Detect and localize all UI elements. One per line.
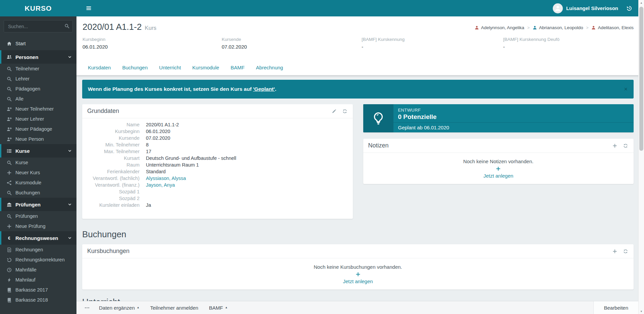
grunddaten-row: Min. Teilnehmer 8 [87, 141, 348, 148]
caret-up-icon [137, 306, 140, 309]
breadcrumb-item[interactable]: Adelitason, Elexis [583, 25, 634, 30]
sidebar-item[interactable]: Mahnfälle [0, 265, 76, 275]
breadcrumb-item[interactable]: Abrianason, Leopoldo [524, 25, 583, 30]
sidebar-item-icon [7, 267, 12, 272]
sidebar-item-icon [7, 180, 12, 185]
grunddaten-row: Kursende 07.02.2020 [87, 135, 348, 141]
sidebar-item[interactable]: Alle [0, 94, 76, 104]
add-icon[interactable] [355, 271, 362, 278]
footer-action-button[interactable]: Daten ergänzen [94, 301, 145, 314]
sidebar-item[interactable]: Pädagogen [0, 84, 76, 94]
search-input[interactable] [4, 20, 73, 33]
sidebar-item[interactable]: Prüfungen [0, 198, 76, 211]
sidebar-item[interactable]: Buchungen [0, 188, 76, 198]
field-label: [BAMF] Kurskennung Deufö [503, 37, 634, 42]
row-value: 8 [146, 142, 149, 147]
row-value[interactable]: Jayson, Anya [146, 182, 175, 188]
sidebar-item-label: Neuer Lehrer [15, 116, 72, 122]
sidebar-item[interactable]: Barkasse 2017 [0, 285, 76, 295]
user-menu[interactable]: Luisangel Silverioson [566, 5, 618, 11]
refresh-icon[interactable] [623, 143, 629, 149]
sidebar-item[interactable]: Rechnungswesen [0, 231, 76, 245]
refresh-icon[interactable] [623, 248, 629, 254]
caret-up-icon [225, 306, 228, 309]
row-label: Max. Teilnehmer [87, 149, 140, 154]
tab[interactable]: Buchungen [122, 65, 148, 70]
sidebar-item-label: Rechnungen [15, 247, 72, 252]
tab[interactable]: Kursmodule [192, 65, 219, 70]
edit-button[interactable]: Bearbeiten [593, 301, 638, 314]
panel-title: Notizen [368, 142, 607, 149]
sidebar-item-label: Prüfungen [15, 202, 68, 207]
add-icon[interactable] [612, 248, 618, 254]
sidebar-item[interactable]: Neue Prüfung [0, 221, 76, 231]
sidebar-item-icon [7, 86, 12, 91]
grunddaten-row: Sozpäd 2 [87, 195, 348, 202]
alert-geplant-link[interactable]: 'Geplant' [253, 86, 275, 92]
footer-action-button[interactable]: Teilnehmer anmelden [145, 301, 204, 314]
grunddaten-body: Name 2020/01 A1.1-2 Kursbeginn 06.01.202… [82, 118, 353, 219]
sidebar-item-icon [7, 236, 12, 241]
sidebar-item-icon [7, 214, 12, 219]
field-label: Kursende [222, 37, 362, 42]
footer-action-button[interactable]: BAMF [204, 301, 233, 314]
more-actions-icon[interactable] [76, 305, 94, 310]
tab[interactable]: Kursdaten [88, 65, 111, 70]
sidebar-item[interactable]: Kurse [0, 158, 76, 168]
tab[interactable]: BAMF [230, 65, 245, 70]
edit-pencil-icon[interactable] [331, 108, 337, 114]
breadcrumb-label: Adelynnson, Angelika [481, 25, 524, 30]
sidebar-item-icon [7, 277, 12, 282]
history-icon[interactable] [626, 5, 633, 12]
scrollbar: ▲ ▼ [638, 0, 644, 314]
sidebar-item-label: Barkasse 2018 [15, 297, 72, 303]
grunddaten-row: Ferienkalender Standard [87, 168, 348, 175]
sidebar-item[interactable]: Neuer Lehrer [0, 114, 76, 124]
sidebar-item[interactable]: Mahnlauf [0, 275, 76, 285]
header-field: Kursende 07.02.2020 [222, 37, 362, 50]
scroll-up-arrow[interactable]: ▲ [639, 0, 644, 5]
sidebar-item[interactable]: Rechnungen [0, 245, 76, 255]
add-icon[interactable] [612, 143, 618, 149]
menu-toggle-icon[interactable] [85, 4, 93, 12]
sidebar-item[interactable]: Barkasse 2018 [0, 295, 76, 305]
search-icon[interactable] [64, 23, 69, 29]
create-now-link[interactable]: Jetzt anlegen [483, 173, 513, 179]
sidebar-item-label: Start [15, 41, 72, 46]
breadcrumb-item[interactable]: Adelynnson, Angelika [475, 25, 524, 30]
sidebar-item[interactable]: Lehrer [0, 74, 76, 84]
sidebar-item[interactable]: Kursmodule [0, 178, 76, 188]
row-value: 2020/01 A1.1-2 [146, 122, 179, 127]
close-icon[interactable]: × [623, 85, 628, 93]
panel-title: Kursbuchungen [87, 248, 607, 255]
sidebar-item[interactable]: Start [0, 37, 76, 50]
sidebar-item[interactable]: Kurse [0, 144, 76, 158]
sidebar-item-label: Neuer Kurs [15, 170, 72, 175]
grunddaten-row: Kursbeginn 06.01.2020 [87, 128, 348, 135]
status-headline: 0 Potenzielle [398, 113, 634, 121]
sidebar-item-icon [7, 190, 12, 195]
sidebar-item[interactable]: Neue Person [0, 134, 76, 144]
row-value[interactable]: Alyssiason, Alyssa [146, 176, 186, 181]
footer-action-bar: Daten ergänzen Teilnehmer anmelden BAMF … [76, 301, 638, 314]
add-icon[interactable] [495, 165, 502, 172]
sidebar-item[interactable]: Neuer Pädagoge [0, 124, 76, 134]
kursbuchungen-panel-header: Kursbuchungen [82, 244, 634, 258]
scroll-down-arrow[interactable]: ▼ [639, 309, 644, 314]
avatar[interactable] [553, 3, 563, 13]
sidebar-item[interactable]: Neuer Teilnehmer [0, 104, 76, 114]
refresh-icon[interactable] [342, 108, 348, 114]
sidebar-item[interactable]: Rechnungskorrekturen [0, 255, 76, 265]
alert-text: Wenn die Planung des Kurses konkret ist,… [88, 86, 276, 92]
sidebar-item[interactable]: Prüfungen [0, 211, 76, 221]
sidebar-item[interactable]: Neuer Kurs [0, 168, 76, 178]
tab[interactable]: Abrechnung [256, 65, 283, 70]
row-value: 06.01.2020 [146, 129, 170, 134]
sidebar-item[interactable]: Personen [0, 50, 76, 64]
status-top: ENTWURF 0 Potenzielle [393, 104, 634, 123]
sidebar-item[interactable]: Teilnehmer [0, 64, 76, 74]
create-now-link[interactable]: Jetzt anlegen [343, 278, 373, 284]
tab[interactable]: Unterricht [159, 65, 181, 70]
sidebar-item-label: Pädagogen [15, 86, 72, 91]
scrollbar-thumb[interactable] [639, 7, 643, 151]
